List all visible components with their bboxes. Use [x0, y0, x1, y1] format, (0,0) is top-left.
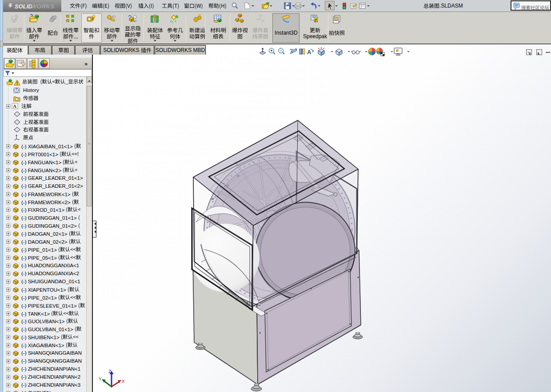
svg-text:X: X: [122, 379, 125, 384]
svg-text:!: !: [315, 19, 316, 22]
svg-text:A: A: [13, 103, 16, 109]
svg-text:SOLID: SOLID: [15, 3, 32, 10]
svg-text:Z: Z: [108, 369, 112, 374]
svg-text:WORKS: WORKS: [31, 3, 54, 10]
svg-text:A: A: [307, 49, 311, 55]
svg-text:Y: Y: [99, 376, 102, 382]
